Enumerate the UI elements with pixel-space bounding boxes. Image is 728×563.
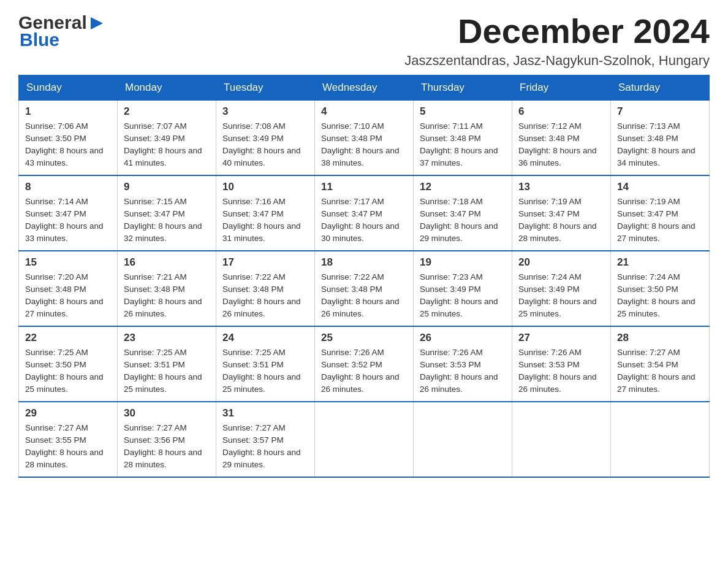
day-number: 1 bbox=[25, 105, 111, 118]
table-row: 9 Sunrise: 7:15 AMSunset: 3:47 PMDayligh… bbox=[118, 175, 216, 251]
day-number: 4 bbox=[321, 105, 407, 118]
day-info: Sunrise: 7:15 AMSunset: 3:47 PMDaylight:… bbox=[124, 197, 202, 243]
table-row: 13 Sunrise: 7:19 AMSunset: 3:47 PMDaylig… bbox=[512, 175, 611, 251]
day-info: Sunrise: 7:11 AMSunset: 3:48 PMDaylight:… bbox=[420, 121, 498, 168]
day-number: 10 bbox=[222, 181, 308, 193]
day-number: 12 bbox=[420, 181, 506, 193]
day-info: Sunrise: 7:27 AMSunset: 3:54 PMDaylight:… bbox=[617, 348, 696, 394]
table-row: 10 Sunrise: 7:16 AMSunset: 3:47 PMDaylig… bbox=[216, 175, 315, 251]
table-row: 29 Sunrise: 7:27 AMSunset: 3:55 PMDaylig… bbox=[19, 402, 118, 477]
day-info: Sunrise: 7:12 AMSunset: 3:48 PMDaylight:… bbox=[518, 121, 597, 168]
day-info: Sunrise: 7:19 AMSunset: 3:47 PMDaylight:… bbox=[617, 197, 696, 243]
day-info: Sunrise: 7:18 AMSunset: 3:47 PMDaylight:… bbox=[420, 197, 498, 243]
table-row: 26 Sunrise: 7:26 AMSunset: 3:53 PMDaylig… bbox=[414, 326, 512, 402]
calendar-week-row: 22 Sunrise: 7:25 AMSunset: 3:50 PMDaylig… bbox=[19, 326, 710, 402]
table-row: 28 Sunrise: 7:27 AMSunset: 3:54 PMDaylig… bbox=[611, 326, 710, 402]
calendar-table: Sunday Monday Tuesday Wednesday Thursday… bbox=[18, 75, 710, 478]
day-number: 15 bbox=[25, 256, 111, 269]
day-number: 11 bbox=[321, 181, 407, 193]
day-info: Sunrise: 7:16 AMSunset: 3:47 PMDaylight:… bbox=[222, 197, 301, 243]
day-info: Sunrise: 7:25 AMSunset: 3:50 PMDaylight:… bbox=[25, 348, 104, 394]
day-number: 28 bbox=[617, 332, 703, 344]
day-info: Sunrise: 7:19 AMSunset: 3:47 PMDaylight:… bbox=[518, 197, 597, 243]
day-number: 3 bbox=[222, 105, 308, 118]
table-row: 25 Sunrise: 7:26 AMSunset: 3:52 PMDaylig… bbox=[315, 326, 414, 402]
table-row: 21 Sunrise: 7:24 AMSunset: 3:50 PMDaylig… bbox=[611, 251, 710, 326]
table-row: 14 Sunrise: 7:19 AMSunset: 3:47 PMDaylig… bbox=[611, 175, 710, 251]
day-info: Sunrise: 7:13 AMSunset: 3:48 PMDaylight:… bbox=[617, 121, 696, 168]
col-tuesday: Tuesday bbox=[216, 75, 315, 100]
day-info: Sunrise: 7:27 AMSunset: 3:57 PMDaylight:… bbox=[222, 423, 301, 470]
table-row: 17 Sunrise: 7:22 AMSunset: 3:48 PMDaylig… bbox=[216, 251, 315, 326]
day-number: 5 bbox=[420, 105, 506, 118]
day-info: Sunrise: 7:24 AMSunset: 3:50 PMDaylight:… bbox=[617, 272, 696, 319]
day-number: 31 bbox=[222, 407, 308, 419]
table-row: 22 Sunrise: 7:25 AMSunset: 3:50 PMDaylig… bbox=[19, 326, 118, 402]
day-info: Sunrise: 7:20 AMSunset: 3:48 PMDaylight:… bbox=[25, 272, 104, 319]
day-number: 27 bbox=[518, 332, 604, 344]
table-row: 8 Sunrise: 7:14 AMSunset: 3:47 PMDayligh… bbox=[19, 175, 118, 251]
day-number: 30 bbox=[124, 407, 210, 419]
day-info: Sunrise: 7:10 AMSunset: 3:48 PMDaylight:… bbox=[321, 121, 400, 168]
day-info: Sunrise: 7:25 AMSunset: 3:51 PMDaylight:… bbox=[124, 348, 202, 394]
day-info: Sunrise: 7:07 AMSunset: 3:49 PMDaylight:… bbox=[124, 121, 202, 168]
logo: General Blue bbox=[18, 12, 105, 50]
day-number: 23 bbox=[124, 332, 210, 344]
table-row: 2 Sunrise: 7:07 AMSunset: 3:49 PMDayligh… bbox=[118, 100, 216, 175]
day-info: Sunrise: 7:23 AMSunset: 3:49 PMDaylight:… bbox=[420, 272, 498, 319]
table-row bbox=[414, 402, 512, 477]
day-number: 8 bbox=[25, 181, 111, 193]
table-row: 23 Sunrise: 7:25 AMSunset: 3:51 PMDaylig… bbox=[118, 326, 216, 402]
svg-marker-0 bbox=[91, 17, 103, 29]
day-info: Sunrise: 7:26 AMSunset: 3:53 PMDaylight:… bbox=[420, 348, 498, 394]
day-info: Sunrise: 7:26 AMSunset: 3:53 PMDaylight:… bbox=[518, 348, 597, 394]
calendar-week-row: 1 Sunrise: 7:06 AMSunset: 3:50 PMDayligh… bbox=[19, 100, 710, 175]
col-friday: Friday bbox=[512, 75, 611, 100]
day-info: Sunrise: 7:27 AMSunset: 3:56 PMDaylight:… bbox=[124, 423, 202, 470]
table-row: 11 Sunrise: 7:17 AMSunset: 3:47 PMDaylig… bbox=[315, 175, 414, 251]
day-number: 20 bbox=[518, 256, 604, 269]
day-number: 25 bbox=[321, 332, 407, 344]
page-header: General Blue December 2024 Jaszszentandr… bbox=[18, 12, 710, 69]
table-row: 19 Sunrise: 7:23 AMSunset: 3:49 PMDaylig… bbox=[414, 251, 512, 326]
col-sunday: Sunday bbox=[19, 75, 118, 100]
col-wednesday: Wednesday bbox=[315, 75, 414, 100]
col-saturday: Saturday bbox=[611, 75, 710, 100]
table-row bbox=[315, 402, 414, 477]
table-row bbox=[611, 402, 710, 477]
table-row: 3 Sunrise: 7:08 AMSunset: 3:49 PMDayligh… bbox=[216, 100, 315, 175]
day-number: 29 bbox=[25, 407, 111, 419]
day-number: 7 bbox=[617, 105, 703, 118]
table-row: 7 Sunrise: 7:13 AMSunset: 3:48 PMDayligh… bbox=[611, 100, 710, 175]
day-number: 6 bbox=[518, 105, 604, 118]
day-info: Sunrise: 7:27 AMSunset: 3:55 PMDaylight:… bbox=[25, 423, 104, 470]
day-number: 24 bbox=[222, 332, 308, 344]
calendar-week-row: 15 Sunrise: 7:20 AMSunset: 3:48 PMDaylig… bbox=[19, 251, 710, 326]
day-number: 19 bbox=[420, 256, 506, 269]
table-row: 18 Sunrise: 7:22 AMSunset: 3:48 PMDaylig… bbox=[315, 251, 414, 326]
day-number: 16 bbox=[124, 256, 210, 269]
table-row: 27 Sunrise: 7:26 AMSunset: 3:53 PMDaylig… bbox=[512, 326, 611, 402]
col-monday: Monday bbox=[118, 75, 216, 100]
table-row: 6 Sunrise: 7:12 AMSunset: 3:48 PMDayligh… bbox=[512, 100, 611, 175]
day-info: Sunrise: 7:26 AMSunset: 3:52 PMDaylight:… bbox=[321, 348, 400, 394]
day-info: Sunrise: 7:22 AMSunset: 3:48 PMDaylight:… bbox=[321, 272, 400, 319]
day-number: 14 bbox=[617, 181, 703, 193]
table-row: 31 Sunrise: 7:27 AMSunset: 3:57 PMDaylig… bbox=[216, 402, 315, 477]
day-info: Sunrise: 7:14 AMSunset: 3:47 PMDaylight:… bbox=[25, 197, 104, 243]
day-info: Sunrise: 7:24 AMSunset: 3:49 PMDaylight:… bbox=[518, 272, 597, 319]
day-number: 21 bbox=[617, 256, 703, 269]
title-block: December 2024 Jaszszentandras, Jasz-Nagy… bbox=[404, 12, 710, 69]
location-title: Jaszszentandras, Jasz-Nagykun-Szolnok, H… bbox=[404, 53, 710, 69]
month-title: December 2024 bbox=[404, 12, 710, 50]
col-thursday: Thursday bbox=[414, 75, 512, 100]
table-row: 5 Sunrise: 7:11 AMSunset: 3:48 PMDayligh… bbox=[414, 100, 512, 175]
day-number: 9 bbox=[124, 181, 210, 193]
table-row: 20 Sunrise: 7:24 AMSunset: 3:49 PMDaylig… bbox=[512, 251, 611, 326]
table-row: 15 Sunrise: 7:20 AMSunset: 3:48 PMDaylig… bbox=[19, 251, 118, 326]
day-number: 13 bbox=[518, 181, 604, 193]
table-row: 16 Sunrise: 7:21 AMSunset: 3:48 PMDaylig… bbox=[118, 251, 216, 326]
table-row: 4 Sunrise: 7:10 AMSunset: 3:48 PMDayligh… bbox=[315, 100, 414, 175]
day-number: 2 bbox=[124, 105, 210, 118]
day-number: 17 bbox=[222, 256, 308, 269]
